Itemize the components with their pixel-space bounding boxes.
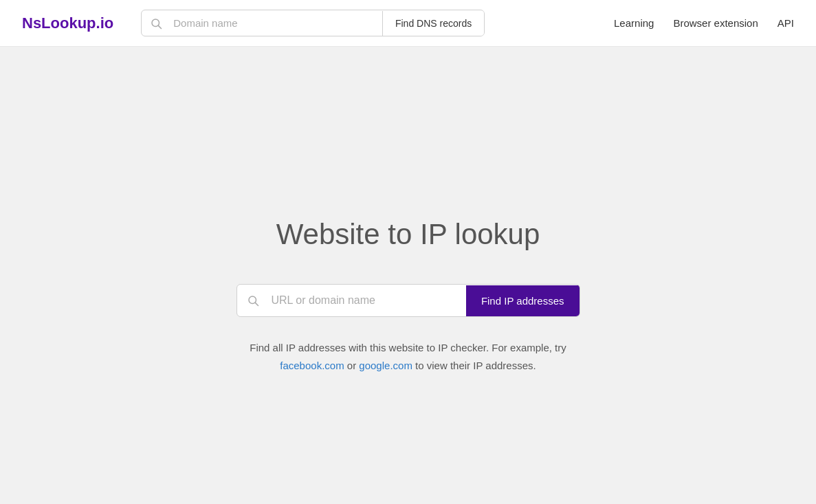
main-content: Website to IP lookup Find IP addresses F… — [0, 47, 816, 504]
description-or: or — [347, 360, 356, 371]
example-link-google[interactable]: google.com — [359, 360, 412, 371]
nav-link-browser-extension[interactable]: Browser extension — [673, 17, 758, 29]
description-suffix: to view their IP addresses. — [415, 360, 536, 371]
hero-search-form: Find IP addresses — [236, 284, 580, 317]
navbar-domain-input[interactable] — [170, 10, 382, 36]
nav-link-learning[interactable]: Learning — [614, 17, 654, 29]
navbar-links: Learning Browser extension API — [614, 17, 794, 29]
find-ip-button[interactable]: Find IP addresses — [466, 285, 580, 316]
navbar-find-dns-button[interactable]: Find DNS records — [382, 11, 484, 36]
navbar: NsLookup.io Find DNS records Learning Br… — [0, 0, 816, 47]
svg-line-3 — [255, 303, 258, 305]
example-link-facebook[interactable]: facebook.com — [280, 360, 344, 371]
hero-title: Website to IP lookup — [276, 218, 540, 251]
navbar-search-icon — [142, 17, 170, 30]
brand-logo[interactable]: NsLookup.io — [22, 14, 113, 32]
hero-search-icon — [237, 294, 269, 307]
hero-description: Find all IP addresses with this website … — [230, 339, 587, 374]
description-text: Find all IP addresses with this website … — [250, 342, 566, 353]
hero-url-input[interactable] — [269, 285, 466, 316]
nav-link-api[interactable]: API — [778, 17, 794, 29]
svg-line-1 — [159, 25, 162, 28]
navbar-search-form: Find DNS records — [141, 10, 485, 36]
